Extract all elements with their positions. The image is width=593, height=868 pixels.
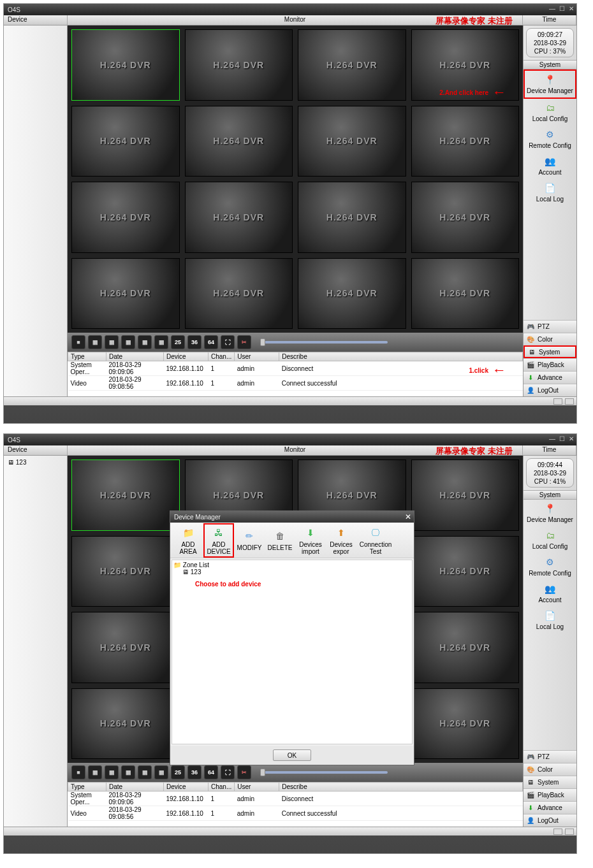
video-tile[interactable]: H.264 DVR: [411, 612, 520, 683]
remote-config-button[interactable]: ⚙Remote Config: [523, 553, 576, 580]
col-device[interactable]: Device: [164, 783, 209, 792]
advance-panel[interactable]: ⬇Advance: [523, 371, 576, 384]
local-config-button[interactable]: 🗂Local Config: [523, 526, 576, 553]
dialog-title[interactable]: Device Manager ✕: [170, 511, 414, 523]
video-tile[interactable]: H.264 DVR: [185, 182, 293, 253]
close-icon[interactable]: ✕: [569, 5, 574, 12]
layout-8-icon[interactable]: ▦: [121, 335, 135, 349]
col-type[interactable]: Type: [68, 352, 106, 361]
disconnect-icon[interactable]: ✂: [237, 335, 251, 349]
col-channel[interactable]: Chan...: [209, 352, 235, 361]
add-area-button[interactable]: 📁ADD AREA: [173, 524, 203, 556]
layout-8-icon[interactable]: ▦: [121, 765, 135, 779]
video-tile[interactable]: H.264 DVR: [411, 182, 520, 253]
delete-button[interactable]: 🗑DELETE: [265, 528, 295, 553]
layout-9-icon[interactable]: ▦: [138, 335, 152, 349]
tree-root[interactable]: 📁 Zone List: [173, 561, 411, 568]
playback-panel[interactable]: 🎬PlayBack: [523, 788, 576, 801]
video-tile[interactable]: H.264 DVR: [298, 29, 406, 101]
video-tile[interactable]: H.264 DVR: [411, 459, 520, 531]
connection-test-button[interactable]: 🖵Connection Test: [356, 524, 395, 556]
local-config-button[interactable]: 🗂Local Config: [523, 99, 576, 126]
account-button[interactable]: 👥Account: [523, 152, 576, 179]
layout-9-icon[interactable]: ▦: [138, 765, 152, 779]
playback-panel[interactable]: 🎬PlayBack: [523, 358, 576, 371]
minimize-icon[interactable]: —: [549, 435, 555, 442]
video-tile[interactable]: H.264 DVR: [71, 612, 180, 683]
video-tile[interactable]: H.264 DVR: [185, 258, 293, 329]
color-panel[interactable]: 🎨Color: [523, 333, 576, 345]
layout-4-icon[interactable]: ▦: [88, 335, 102, 349]
modify-button[interactable]: ✏MODIFY: [234, 528, 265, 553]
volume-slider[interactable]: [260, 771, 388, 774]
log-row[interactable]: System Oper...2018-03-29 09:09:06192.168…: [68, 361, 523, 376]
video-tile[interactable]: H.264 DVR: [71, 688, 180, 760]
video-tile[interactable]: H.264 DVR: [71, 29, 180, 101]
export-button[interactable]: ⬆Devices expor: [326, 524, 356, 556]
slider-thumb[interactable]: [260, 769, 265, 776]
layout-16-icon[interactable]: ▦: [154, 765, 168, 779]
volume-slider[interactable]: [260, 341, 388, 344]
col-user[interactable]: User: [235, 783, 279, 792]
ptz-panel[interactable]: 🎮PTZ: [523, 320, 576, 333]
layout-36-button[interactable]: 36: [187, 765, 201, 779]
col-date[interactable]: Date: [106, 352, 164, 361]
tree-zone-item[interactable]: 🖥 123: [173, 568, 411, 575]
statusbar-button[interactable]: [553, 398, 562, 405]
import-button[interactable]: ⬇Devices import: [295, 524, 326, 556]
video-tile[interactable]: H.264 DVR: [411, 258, 520, 329]
disconnect-icon[interactable]: ✂: [237, 765, 251, 779]
local-log-button[interactable]: 📄Local Log: [523, 179, 576, 206]
video-tile[interactable]: H.264 DVR: [71, 459, 180, 531]
video-tile[interactable]: H.264 DVR: [411, 536, 520, 607]
layout-6-icon[interactable]: ▦: [105, 765, 119, 779]
layout-64-button[interactable]: 64: [204, 765, 218, 779]
video-tile[interactable]: H.264 DVR: [411, 106, 520, 177]
logout-panel[interactable]: 👤LogOut: [523, 384, 576, 396]
video-tile[interactable]: H.264 DVR: [71, 536, 180, 607]
layout-1-icon[interactable]: ■: [71, 765, 85, 779]
video-tile[interactable]: H.264 DVR: [298, 106, 406, 177]
video-tile[interactable]: H.264 DVR: [71, 182, 180, 253]
remote-config-button[interactable]: ⚙Remote Config: [523, 126, 576, 152]
layout-6-icon[interactable]: ▦: [105, 335, 119, 349]
log-row[interactable]: System Oper...2018-03-29 09:09:06192.168…: [68, 792, 523, 806]
video-tile[interactable]: H.264 DVR: [298, 258, 406, 329]
minimize-icon[interactable]: —: [549, 5, 555, 12]
advance-panel[interactable]: ⬇Advance: [523, 801, 576, 814]
ptz-panel[interactable]: 🎮PTZ: [523, 750, 576, 763]
layout-25-button[interactable]: 25: [171, 335, 185, 349]
close-icon[interactable]: ✕: [405, 512, 411, 521]
slider-thumb[interactable]: [260, 338, 265, 346]
add-device-button[interactable]: 🖧ADD DEVICE: [203, 523, 234, 558]
layout-16-icon[interactable]: ▦: [154, 335, 168, 349]
col-date[interactable]: Date: [106, 783, 164, 792]
system-panel[interactable]: 🖥System: [523, 776, 576, 788]
col-channel[interactable]: Chan...: [209, 783, 235, 792]
device-manager-button[interactable]: 📍Device Manager: [523, 69, 576, 99]
col-describe[interactable]: Describe: [279, 352, 523, 361]
col-device[interactable]: Device: [164, 352, 209, 361]
fullscreen-icon[interactable]: ⛶: [221, 765, 235, 779]
tree-zone[interactable]: 🖥 123: [6, 458, 64, 467]
system-panel[interactable]: 🖥System: [523, 345, 576, 358]
col-describe[interactable]: Describe: [279, 783, 523, 792]
statusbar-button[interactable]: [565, 828, 574, 835]
video-tile[interactable]: H.264 DVR: [298, 182, 406, 253]
layout-1-icon[interactable]: ■: [71, 335, 85, 349]
layout-64-button[interactable]: 64: [204, 335, 218, 349]
statusbar-button[interactable]: [553, 828, 562, 835]
col-user[interactable]: User: [235, 352, 279, 361]
video-tile[interactable]: H.264 DVR: [71, 258, 180, 329]
device-manager-button[interactable]: 📍Device Manager: [523, 500, 576, 526]
log-row[interactable]: Video2018-03-29 09:08:56192.168.1.101adm…: [68, 376, 523, 391]
maximize-icon[interactable]: ☐: [559, 435, 565, 442]
video-tile[interactable]: H.264 DVR: [185, 106, 293, 177]
log-row[interactable]: Video2018-03-29 09:08:56192.168.1.101adm…: [68, 806, 523, 821]
video-tile[interactable]: H.264 DVR: [411, 688, 520, 760]
close-icon[interactable]: ✕: [569, 435, 574, 442]
maximize-icon[interactable]: ☐: [559, 5, 565, 12]
ok-button[interactable]: OK: [273, 749, 311, 761]
fullscreen-icon[interactable]: ⛶: [221, 335, 235, 349]
logout-panel[interactable]: 👤LogOut: [523, 814, 576, 827]
